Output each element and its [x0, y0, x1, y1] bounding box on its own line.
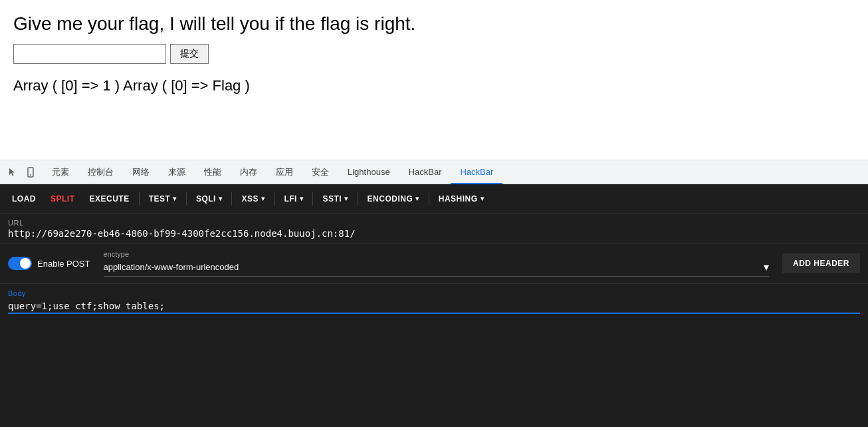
- devtools-tabs-list: 元素 控制台 网络 来源 性能 内存 应用 安全 Lighthouse Hack…: [43, 160, 502, 184]
- page-title: Give me your flag, I will tell you if th…: [13, 13, 855, 35]
- sqli-dropdown[interactable]: SQLI ▾: [189, 190, 229, 208]
- tab-performance[interactable]: 性能: [195, 160, 231, 184]
- ssti-dropdown[interactable]: SSTI ▾: [316, 190, 354, 208]
- divider-1: [139, 192, 140, 206]
- test-arrow: ▾: [173, 195, 177, 202]
- tab-console[interactable]: 控制台: [78, 160, 123, 184]
- mobile-icon[interactable]: [21, 163, 40, 182]
- tab-security[interactable]: 安全: [302, 160, 338, 184]
- cursor-icon[interactable]: [3, 163, 21, 182]
- split-button[interactable]: SPLIT: [44, 190, 82, 208]
- flag-form: 提交: [13, 44, 855, 64]
- divider-3: [231, 192, 232, 206]
- flag-input[interactable]: [13, 44, 166, 64]
- body-input[interactable]: [8, 301, 860, 314]
- tab-network[interactable]: 网络: [123, 160, 159, 184]
- enctype-select-container: application/x-www-form-urlencoded ▾: [104, 261, 769, 277]
- divider-7: [429, 192, 429, 206]
- divider-2: [186, 192, 187, 206]
- devtools-tabs: 元素 控制台 网络 来源 性能 内存 应用 安全 Lighthouse Hack…: [0, 160, 868, 184]
- hashing-dropdown[interactable]: HASHING ▾: [432, 190, 490, 208]
- xss-dropdown[interactable]: XSS ▾: [235, 190, 271, 208]
- body-label: Body: [8, 289, 860, 297]
- post-section: Enable POST enctype application/x-www-fo…: [0, 243, 868, 284]
- enctype-dropdown-arrow[interactable]: ▾: [764, 261, 769, 273]
- sqli-arrow: ▾: [219, 195, 223, 202]
- hackbar-toolbar: LOAD SPLIT EXECUTE TEST ▾ SQLI ▾ XSS ▾ L…: [0, 184, 868, 214]
- ssti-arrow: ▾: [344, 195, 348, 202]
- url-label: URL: [8, 219, 860, 227]
- tab-lighthouse[interactable]: Lighthouse: [338, 160, 399, 184]
- encoding-arrow: ▾: [415, 195, 419, 202]
- page-content: Give me your flag, I will tell you if th…: [0, 0, 868, 160]
- test-dropdown[interactable]: TEST ▾: [142, 190, 183, 208]
- tab-sources[interactable]: 来源: [159, 160, 195, 184]
- tab-hackbar1[interactable]: HackBar: [399, 160, 451, 184]
- enctype-section: enctype application/x-www-form-urlencode…: [104, 250, 769, 277]
- tab-memory[interactable]: 内存: [231, 160, 267, 184]
- xss-arrow: ▾: [261, 195, 265, 202]
- divider-5: [312, 192, 313, 206]
- enctype-value[interactable]: application/x-www-form-urlencoded: [104, 262, 764, 272]
- tab-elements[interactable]: 元素: [43, 160, 78, 184]
- divider-6: [358, 192, 358, 206]
- lfi-arrow: ▾: [300, 195, 304, 202]
- load-button[interactable]: LOAD: [5, 190, 43, 208]
- enable-post-toggle[interactable]: [8, 257, 32, 270]
- toggle-container: Enable POST: [8, 257, 90, 270]
- url-section: URL http://69a2e270-eb46-4860-bf99-4300f…: [0, 214, 868, 243]
- tab-hackbar2[interactable]: HackBar: [451, 160, 502, 184]
- divider-4: [274, 192, 274, 206]
- svg-point-1: [30, 174, 31, 176]
- url-value[interactable]: http://69a2e270-eb46-4860-bf99-4300fe2cc…: [8, 228, 860, 239]
- add-header-button[interactable]: ADD HEADER: [782, 253, 860, 273]
- array-output: Array ( [0] => 1 ) Array ( [0] => Flag ): [13, 77, 855, 94]
- toggle-label: Enable POST: [37, 259, 90, 269]
- execute-button[interactable]: EXECUTE: [83, 190, 136, 208]
- lfi-dropdown[interactable]: LFI ▾: [277, 190, 310, 208]
- enctype-label: enctype: [104, 250, 769, 258]
- body-section: Body: [0, 284, 868, 319]
- devtools-panel: 元素 控制台 网络 来源 性能 内存 应用 安全 Lighthouse Hack…: [0, 160, 868, 427]
- tab-application[interactable]: 应用: [267, 160, 302, 184]
- encoding-dropdown[interactable]: ENCODING ▾: [361, 190, 426, 208]
- hackbar-panel: LOAD SPLIT EXECUTE TEST ▾ SQLI ▾ XSS ▾ L…: [0, 184, 868, 427]
- hashing-arrow: ▾: [481, 195, 485, 202]
- submit-button[interactable]: 提交: [170, 44, 209, 64]
